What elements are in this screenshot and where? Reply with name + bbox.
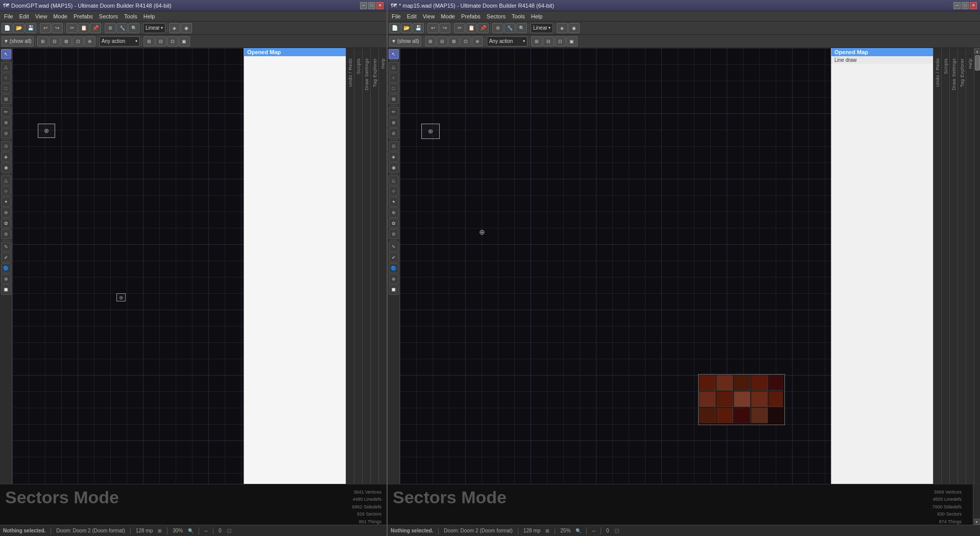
left-tool-t16[interactable]: ⊜ (1, 229, 11, 239)
right-tb-redo[interactable]: ↪ (439, 23, 450, 33)
right-tb2-b2[interactable]: ⊟ (543, 36, 554, 46)
left-tool-t3[interactable]: □ (1, 83, 11, 94)
right-tb-copy[interactable]: 📋 (466, 23, 477, 33)
left-tb-new[interactable]: 📄 (2, 23, 13, 33)
right-tb-new[interactable]: 📄 (389, 23, 400, 33)
right-linear-dropdown[interactable]: Linear ▾ (531, 23, 553, 33)
right-bottom-scrollbar[interactable]: ▼ (973, 484, 980, 525)
right-tb2-m1[interactable]: ⊞ (425, 36, 436, 46)
right-tool-t4[interactable]: ⊞ (389, 94, 399, 104)
right-tool-t19[interactable]: 🔵 (389, 263, 399, 273)
left-tb2-m2[interactable]: ⊟ (49, 36, 60, 46)
left-tool-t7[interactable]: ⊘ (1, 128, 11, 138)
right-minimize-btn[interactable]: ─ (953, 2, 961, 9)
left-action-dropdown[interactable]: Any action ▾ (99, 36, 140, 46)
right-tb-open[interactable]: 📂 (401, 23, 412, 33)
left-tb-paste[interactable]: 📌 (90, 23, 101, 33)
right-scroll-down[interactable]: ▼ (974, 519, 980, 525)
left-menu-prefabs[interactable]: Prefabs (70, 12, 96, 20)
left-menu-mode[interactable]: Mode (50, 12, 70, 20)
right-tagexplorer-tab[interactable]: Tag Explorer (958, 48, 966, 484)
right-tool-t20[interactable]: ⊕ (389, 274, 399, 284)
left-tb2-b1[interactable]: ⊞ (144, 36, 155, 46)
left-tb-b1[interactable]: ⚙ (105, 23, 116, 33)
left-tool-t19[interactable]: 🔵 (1, 263, 11, 273)
left-help-tab[interactable]: Help (378, 48, 387, 484)
left-tb2-b3[interactable]: ⊡ (167, 36, 178, 46)
left-drawsettings-tab[interactable]: Draw Settings (362, 48, 370, 484)
right-tool-t6[interactable]: ⊗ (389, 118, 399, 128)
left-tool-t18[interactable]: ✔ (1, 252, 11, 263)
left-tool-t12[interactable]: ⊹ (1, 186, 11, 196)
right-menu-mode[interactable]: Mode (438, 12, 458, 20)
left-tool-t20[interactable]: ⊕ (1, 274, 11, 284)
left-tb2-m5[interactable]: ⊕ (84, 36, 95, 46)
left-tool-t9[interactable]: ◈ (1, 152, 11, 162)
right-scripts-tab[interactable]: Scripts (941, 48, 949, 484)
left-tb-b2[interactable]: 🔧 (116, 23, 128, 33)
left-tb-b4[interactable]: ◈ (169, 23, 180, 33)
right-tb2-b3[interactable]: ⊡ (555, 36, 566, 46)
left-tb2-b4[interactable]: ▣ (179, 36, 190, 46)
right-tool-t16[interactable]: ⊜ (389, 229, 399, 239)
left-tool-t4[interactable]: ⊞ (1, 94, 11, 104)
left-tb-open[interactable]: 📂 (13, 23, 25, 33)
right-scroll-up[interactable]: ▲ (974, 48, 981, 54)
left-win-controls[interactable]: ─ □ ✕ (360, 2, 384, 9)
left-tool-t21[interactable]: 🔲 (1, 285, 11, 295)
right-map-canvas[interactable]: ⊕ ⊕ (400, 48, 831, 484)
left-close-btn[interactable]: ✕ (376, 2, 384, 9)
right-tb-cut[interactable]: ✂ (454, 23, 465, 33)
left-menu-file[interactable]: File (1, 12, 16, 20)
left-tb-b3[interactable]: 🔍 (128, 23, 139, 33)
right-tool-t2[interactable]: ○ (389, 73, 399, 83)
right-undo-tab[interactable]: Undo / Redo (933, 48, 941, 484)
right-tb2-b1[interactable]: ⊞ (531, 36, 542, 46)
left-tb2-m1[interactable]: ⊞ (37, 36, 49, 46)
left-tool-t11[interactable]: △ (1, 175, 11, 185)
left-tool-t6[interactable]: ⊗ (1, 118, 11, 128)
left-maximize-btn[interactable]: □ (368, 2, 375, 9)
right-tool-t18[interactable]: ✔ (389, 252, 399, 263)
right-tool-t9[interactable]: ◈ (389, 152, 399, 162)
right-scroll-v[interactable]: ▲ (974, 48, 980, 484)
right-tool-t5[interactable]: ✏ (389, 107, 399, 117)
right-tb-b5[interactable]: ◉ (568, 23, 580, 33)
left-tool-t1[interactable]: △ (1, 62, 11, 72)
right-close-btn[interactable]: ✕ (970, 2, 977, 9)
right-tb2-m2[interactable]: ⊟ (437, 36, 448, 46)
left-tb2-m3[interactable]: ⊠ (61, 36, 72, 46)
left-tb-save[interactable]: 💾 (25, 23, 36, 33)
left-tool-t13[interactable]: ✦ (1, 197, 11, 207)
right-scroll-thumb[interactable] (975, 55, 980, 71)
right-tb-b1[interactable]: ⚙ (492, 23, 504, 33)
right-menu-prefabs[interactable]: Prefabs (458, 12, 484, 20)
right-help-tab[interactable]: Help (966, 48, 974, 484)
right-menu-edit[interactable]: Edit (404, 12, 420, 20)
right-tb-undo[interactable]: ↩ (427, 23, 439, 33)
right-tool-t7[interactable]: ⊘ (389, 128, 399, 138)
right-tb2-b4[interactable]: ▣ (566, 36, 578, 46)
right-menu-file[interactable]: File (389, 12, 404, 20)
right-tool-t10[interactable]: ◉ (389, 162, 399, 173)
right-tb2-m4[interactable]: ⊡ (460, 36, 471, 46)
left-tool-arrow[interactable]: ↖ (1, 49, 11, 59)
right-tool-t14[interactable]: ⊛ (389, 207, 399, 218)
left-scripts-tab[interactable]: Scripts (354, 48, 362, 484)
right-tool-t12[interactable]: ⊹ (389, 186, 399, 196)
right-menu-view[interactable]: View (420, 12, 438, 20)
left-tool-t5[interactable]: ✏ (1, 107, 11, 117)
right-tool-arrow[interactable]: ↖ (389, 49, 399, 59)
left-tb2-b2[interactable]: ⊟ (155, 36, 166, 46)
left-tb-cut[interactable]: ✂ (66, 23, 78, 33)
left-menu-view[interactable]: View (32, 12, 51, 20)
right-tb-b4[interactable]: ◈ (557, 23, 568, 33)
right-menu-sectors[interactable]: Sectors (484, 12, 509, 20)
right-tb-save[interactable]: 💾 (413, 23, 424, 33)
right-tb2-m3[interactable]: ⊠ (448, 36, 460, 46)
left-tb2-show[interactable]: ▼ (show all) (2, 36, 34, 46)
left-tb2-m4[interactable]: ⊡ (73, 36, 84, 46)
left-tb-undo[interactable]: ↩ (40, 23, 51, 33)
right-menu-help[interactable]: Help (528, 12, 546, 20)
right-tb-b3[interactable]: 🔍 (516, 23, 527, 33)
